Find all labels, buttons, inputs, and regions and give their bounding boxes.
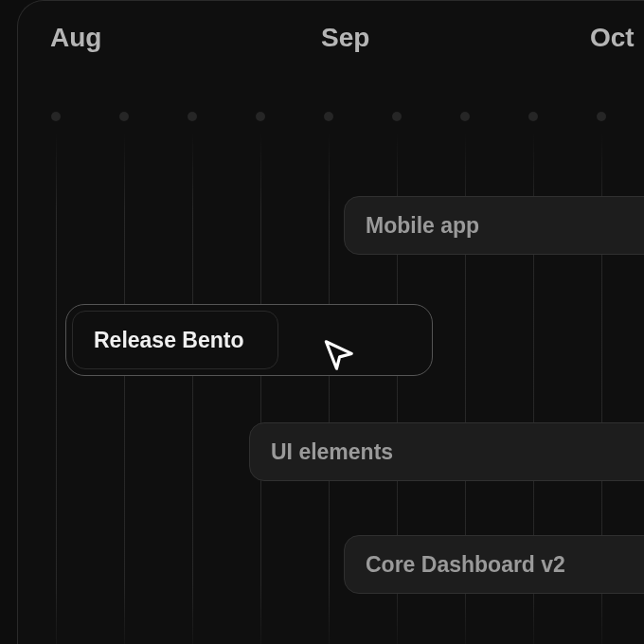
task-bar-ui-elements[interactable]: UI elements [249,422,644,481]
tick-dot [256,112,265,121]
task-label: Release Bento [94,328,244,353]
tick-dot [188,112,197,121]
task-label: Core Dashboard v2 [366,552,565,578]
tick-dot [597,112,606,121]
tick-dot [119,112,129,121]
month-label: Oct [590,23,635,53]
task-bar-release-bento-selected[interactable]: Release Bento [65,304,433,376]
tick-dot [460,112,470,121]
tick-dot [324,112,333,121]
task-label: UI elements [271,439,393,465]
tasks-area: Mobile app Release Bento UI elements Cor… [18,134,644,644]
timeline-panel: Aug Sep Oct Mobile app Release Bento UI … [17,0,644,644]
tick-dot [528,112,538,121]
task-bar-core-dashboard[interactable]: Core Dashboard v2 [344,535,644,594]
tick-dot [51,112,61,121]
task-bar-mobile-app[interactable]: Mobile app [344,196,644,255]
tick-row [18,109,644,124]
month-label: Sep [321,23,369,53]
month-label: Aug [50,23,101,53]
cursor-icon [320,337,356,373]
task-label: Mobile app [366,213,479,239]
month-header: Aug Sep Oct [18,1,644,75]
task-bar-release-bento-handle[interactable]: Release Bento [72,311,278,369]
tick-dot [392,112,402,121]
